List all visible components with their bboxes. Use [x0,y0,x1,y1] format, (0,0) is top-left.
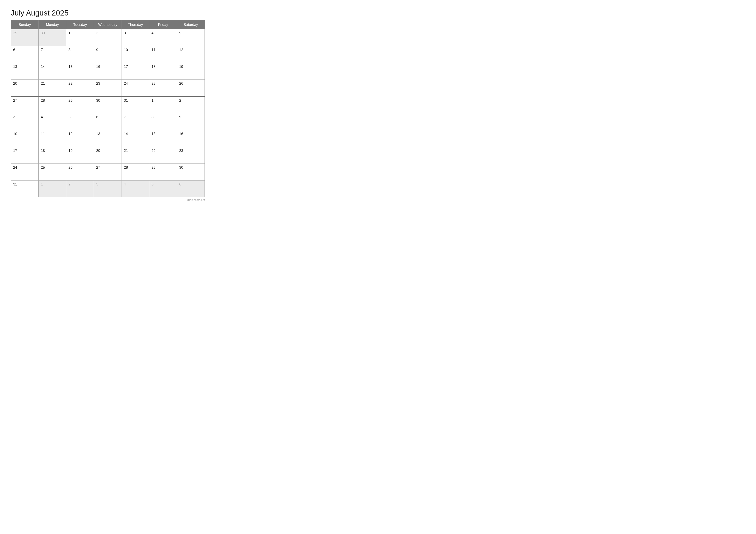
calendar-day-cell: 19 [177,63,204,80]
calendar-day-cell: 21 [39,80,66,96]
calendar-day-cell: 16 [177,130,204,147]
column-header-wednesday: Wednesday [94,20,122,29]
calendar-day-cell: 22 [66,80,94,96]
calendar-day-cell: 20 [94,147,122,164]
calendar-day-cell: 29 [66,96,94,113]
calendar-day-cell: 21 [122,147,149,164]
calendar-title: July August 2025 [11,9,205,17]
calendar-day-cell: 12 [177,46,204,63]
column-header-sunday: Sunday [11,20,39,29]
calendar-day-cell: 26 [177,80,204,96]
calendar-week-row: 3456789 [11,113,205,130]
calendar-day-cell: 28 [122,164,149,181]
calendar-day-cell: 25 [39,164,66,181]
column-header-friday: Friday [149,20,177,29]
calendar-day-cell: 24 [11,164,39,181]
calendar-day-cell: 6 [11,46,39,63]
calendar-day-cell: 6 [177,181,204,197]
calendar-day-cell: 6 [94,113,122,130]
calendar-day-cell: 2 [177,96,204,113]
calendar-day-cell: 3 [122,29,149,46]
calendar-week-row: 31123456 [11,181,205,197]
calendar-day-cell: 29 [149,164,177,181]
calendar-day-cell: 1 [39,181,66,197]
calendar-day-cell: 14 [122,130,149,147]
calendar-day-cell: 10 [122,46,149,63]
calendar-day-cell: 24 [122,80,149,96]
calendar-week-row: 24252627282930 [11,164,205,181]
calendar-day-cell: 30 [39,29,66,46]
calendar-day-cell: 7 [122,113,149,130]
calendar-day-cell: 8 [66,46,94,63]
calendar-day-cell: 11 [39,130,66,147]
calendar-day-cell: 15 [66,63,94,80]
calendar-day-cell: 31 [122,96,149,113]
calendar-day-cell: 18 [39,147,66,164]
calendar-day-cell: 4 [122,181,149,197]
calendar-day-cell: 3 [11,113,39,130]
calendar-week-row: 6789101112 [11,46,205,63]
column-header-saturday: Saturday [177,20,204,29]
calendar-day-cell: 9 [177,113,204,130]
calendar-day-cell: 30 [177,164,204,181]
calendar-day-cell: 27 [94,164,122,181]
calendar-day-cell: 5 [66,113,94,130]
calendar-day-cell: 4 [39,113,66,130]
calendar-day-cell: 8 [149,113,177,130]
calendar-day-cell: 1 [149,96,177,113]
calendar-day-cell: 28 [39,96,66,113]
watermark: iCalendars.net [11,199,205,202]
calendar-day-cell: 2 [66,181,94,197]
calendar-day-cell: 27 [11,96,39,113]
calendar-day-cell: 12 [66,130,94,147]
calendar-table: SundayMondayTuesdayWednesdayThursdayFrid… [11,20,205,197]
calendar-day-cell: 4 [149,29,177,46]
calendar-day-cell: 22 [149,147,177,164]
calendar-week-row: 272829303112 [11,96,205,113]
calendar-day-cell: 17 [122,63,149,80]
calendar-day-cell: 29 [11,29,39,46]
calendar-week-row: 293012345 [11,29,205,46]
calendar-day-cell: 13 [94,130,122,147]
calendar-day-cell: 9 [94,46,122,63]
calendar-week-row: 20212223242526 [11,80,205,96]
calendar-day-cell: 26 [66,164,94,181]
calendar-day-cell: 5 [177,29,204,46]
calendar-week-row: 17181920212223 [11,147,205,164]
calendar-day-cell: 15 [149,130,177,147]
calendar-day-cell: 10 [11,130,39,147]
calendar-day-cell: 23 [94,80,122,96]
calendar-day-cell: 31 [11,181,39,197]
calendar-day-cell: 7 [39,46,66,63]
calendar-day-cell: 13 [11,63,39,80]
calendar-day-cell: 20 [11,80,39,96]
calendar-day-cell: 16 [94,63,122,80]
calendar-day-cell: 25 [149,80,177,96]
calendar-day-cell: 19 [66,147,94,164]
calendar-day-cell: 18 [149,63,177,80]
calendar-day-cell: 30 [94,96,122,113]
calendar-day-cell: 11 [149,46,177,63]
calendar-week-row: 10111213141516 [11,130,205,147]
calendar-day-cell: 14 [39,63,66,80]
column-header-tuesday: Tuesday [66,20,94,29]
calendar-day-cell: 2 [94,29,122,46]
calendar-day-cell: 3 [94,181,122,197]
column-header-monday: Monday [39,20,66,29]
column-header-thursday: Thursday [122,20,149,29]
calendar-day-cell: 1 [66,29,94,46]
calendar-week-row: 13141516171819 [11,63,205,80]
calendar-day-cell: 5 [149,181,177,197]
calendar-day-cell: 23 [177,147,204,164]
calendar-day-cell: 17 [11,147,39,164]
